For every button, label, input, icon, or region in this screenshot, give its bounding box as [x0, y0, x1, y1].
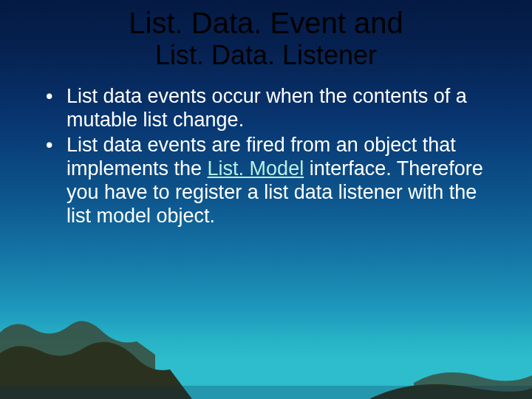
list-item: List data events occur when the contents…: [40, 85, 492, 132]
bullet-list: List data events occur when the contents…: [40, 85, 492, 228]
list-item: List data events are fired from an objec…: [40, 134, 492, 228]
svg-rect-0: [0, 386, 532, 399]
link-listmodel[interactable]: List. Model: [208, 157, 304, 180]
landscape-illustration: [0, 288, 532, 399]
bullet-text: List data events occur when the contents…: [66, 85, 467, 131]
title-line-2: List. Data. Listener: [0, 40, 532, 70]
body-text: List data events occur when the contents…: [0, 70, 532, 228]
title-block: List. Data. Event and List. Data. Listen…: [0, 0, 532, 70]
title-line-1: List. Data. Event and: [0, 6, 532, 40]
slide: List. Data. Event and List. Data. Listen…: [0, 0, 532, 399]
